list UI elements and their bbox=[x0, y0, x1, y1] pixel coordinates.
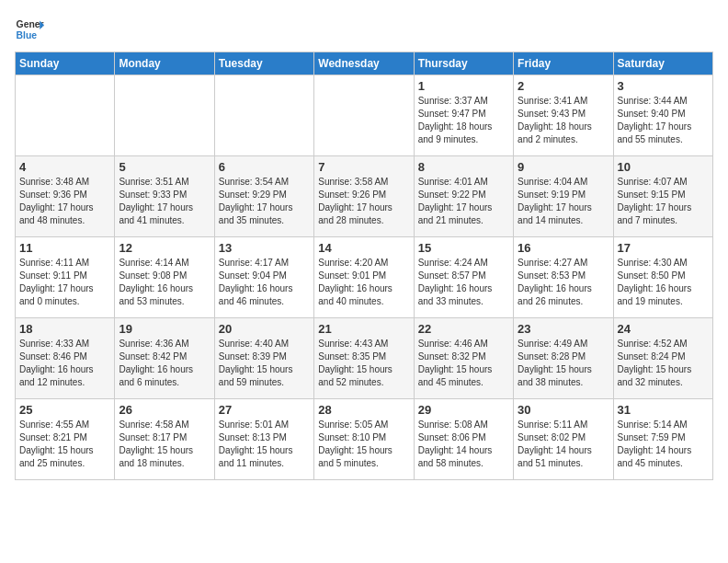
day-info: Sunrise: 4:55 AM Sunset: 8:21 PM Dayligh… bbox=[19, 419, 110, 470]
day-number: 21 bbox=[318, 322, 409, 336]
day-header-thursday: Thursday bbox=[414, 52, 513, 75]
day-info: Sunrise: 4:04 AM Sunset: 9:19 PM Dayligh… bbox=[518, 176, 609, 227]
day-header-monday: Monday bbox=[115, 52, 214, 75]
day-cell: 27Sunrise: 5:01 AM Sunset: 8:13 PM Dayli… bbox=[214, 399, 313, 480]
day-info: Sunrise: 5:11 AM Sunset: 8:02 PM Dayligh… bbox=[518, 419, 609, 470]
day-cell: 20Sunrise: 4:40 AM Sunset: 8:39 PM Dayli… bbox=[214, 318, 313, 399]
day-number: 3 bbox=[618, 79, 709, 93]
day-info: Sunrise: 3:37 AM Sunset: 9:47 PM Dayligh… bbox=[418, 95, 509, 146]
day-number: 26 bbox=[119, 403, 210, 417]
day-cell: 29Sunrise: 5:08 AM Sunset: 8:06 PM Dayli… bbox=[414, 399, 513, 480]
week-row-1: 1Sunrise: 3:37 AM Sunset: 9:47 PM Daylig… bbox=[16, 75, 713, 156]
svg-text:Blue: Blue bbox=[17, 30, 38, 40]
day-cell: 3Sunrise: 3:44 AM Sunset: 9:40 PM Daylig… bbox=[613, 75, 712, 156]
week-row-2: 4Sunrise: 3:48 AM Sunset: 9:36 PM Daylig… bbox=[16, 156, 713, 237]
day-info: Sunrise: 4:43 AM Sunset: 8:35 PM Dayligh… bbox=[318, 338, 409, 389]
day-number: 2 bbox=[518, 79, 609, 93]
day-info: Sunrise: 4:11 AM Sunset: 9:11 PM Dayligh… bbox=[19, 257, 110, 308]
day-info: Sunrise: 3:58 AM Sunset: 9:26 PM Dayligh… bbox=[318, 176, 409, 227]
day-cell: 13Sunrise: 4:17 AM Sunset: 9:04 PM Dayli… bbox=[214, 237, 313, 318]
day-cell: 11Sunrise: 4:11 AM Sunset: 9:11 PM Dayli… bbox=[16, 237, 115, 318]
day-info: Sunrise: 4:27 AM Sunset: 8:53 PM Dayligh… bbox=[518, 257, 609, 308]
header-row: SundayMondayTuesdayWednesdayThursdayFrid… bbox=[16, 52, 713, 75]
day-info: Sunrise: 4:52 AM Sunset: 8:24 PM Dayligh… bbox=[618, 338, 709, 389]
day-number: 9 bbox=[518, 160, 609, 174]
day-number: 28 bbox=[318, 403, 409, 417]
day-number: 16 bbox=[518, 241, 609, 255]
day-cell: 28Sunrise: 5:05 AM Sunset: 8:10 PM Dayli… bbox=[314, 399, 414, 480]
week-row-3: 11Sunrise: 4:11 AM Sunset: 9:11 PM Dayli… bbox=[16, 237, 713, 318]
day-number: 30 bbox=[518, 403, 609, 417]
week-row-5: 25Sunrise: 4:55 AM Sunset: 8:21 PM Dayli… bbox=[16, 399, 713, 480]
day-header-tuesday: Tuesday bbox=[214, 52, 313, 75]
day-info: Sunrise: 4:14 AM Sunset: 9:08 PM Dayligh… bbox=[119, 257, 210, 308]
day-number: 17 bbox=[618, 241, 709, 255]
day-number: 1 bbox=[418, 79, 509, 93]
day-cell: 1Sunrise: 3:37 AM Sunset: 9:47 PM Daylig… bbox=[414, 75, 513, 156]
day-number: 18 bbox=[19, 322, 110, 336]
day-cell: 6Sunrise: 3:54 AM Sunset: 9:29 PM Daylig… bbox=[214, 156, 313, 237]
day-number: 7 bbox=[318, 160, 409, 174]
calendar-table: SundayMondayTuesdayWednesdayThursdayFrid… bbox=[15, 52, 713, 480]
day-cell: 21Sunrise: 4:43 AM Sunset: 8:35 PM Dayli… bbox=[314, 318, 414, 399]
day-info: Sunrise: 3:41 AM Sunset: 9:43 PM Dayligh… bbox=[518, 95, 609, 146]
day-info: Sunrise: 3:54 AM Sunset: 9:29 PM Dayligh… bbox=[219, 176, 310, 227]
day-info: Sunrise: 3:51 AM Sunset: 9:33 PM Dayligh… bbox=[119, 176, 210, 227]
day-info: Sunrise: 4:46 AM Sunset: 8:32 PM Dayligh… bbox=[418, 338, 509, 389]
day-number: 29 bbox=[418, 403, 509, 417]
day-number: 31 bbox=[618, 403, 709, 417]
day-cell: 24Sunrise: 4:52 AM Sunset: 8:24 PM Dayli… bbox=[613, 318, 712, 399]
day-number: 20 bbox=[219, 322, 310, 336]
day-info: Sunrise: 3:44 AM Sunset: 9:40 PM Dayligh… bbox=[618, 95, 709, 146]
day-cell bbox=[16, 75, 115, 156]
day-info: Sunrise: 4:24 AM Sunset: 8:57 PM Dayligh… bbox=[418, 257, 509, 308]
day-number: 19 bbox=[119, 322, 210, 336]
day-cell: 10Sunrise: 4:07 AM Sunset: 9:15 PM Dayli… bbox=[613, 156, 712, 237]
day-info: Sunrise: 4:58 AM Sunset: 8:17 PM Dayligh… bbox=[119, 419, 210, 470]
day-info: Sunrise: 4:36 AM Sunset: 8:42 PM Dayligh… bbox=[119, 338, 210, 389]
day-cell: 5Sunrise: 3:51 AM Sunset: 9:33 PM Daylig… bbox=[115, 156, 214, 237]
logo-icon: General Blue bbox=[15, 15, 44, 44]
day-cell: 17Sunrise: 4:30 AM Sunset: 8:50 PM Dayli… bbox=[613, 237, 712, 318]
day-cell: 26Sunrise: 4:58 AM Sunset: 8:17 PM Dayli… bbox=[115, 399, 214, 480]
day-cell: 18Sunrise: 4:33 AM Sunset: 8:46 PM Dayli… bbox=[16, 318, 115, 399]
day-number: 11 bbox=[19, 241, 110, 255]
day-cell: 14Sunrise: 4:20 AM Sunset: 9:01 PM Dayli… bbox=[314, 237, 414, 318]
day-cell: 2Sunrise: 3:41 AM Sunset: 9:43 PM Daylig… bbox=[514, 75, 613, 156]
day-cell bbox=[314, 75, 414, 156]
day-header-friday: Friday bbox=[514, 52, 613, 75]
day-number: 14 bbox=[318, 241, 409, 255]
day-cell: 30Sunrise: 5:11 AM Sunset: 8:02 PM Dayli… bbox=[514, 399, 613, 480]
day-info: Sunrise: 5:05 AM Sunset: 8:10 PM Dayligh… bbox=[318, 419, 409, 470]
day-cell: 12Sunrise: 4:14 AM Sunset: 9:08 PM Dayli… bbox=[115, 237, 214, 318]
day-number: 25 bbox=[19, 403, 110, 417]
day-number: 24 bbox=[618, 322, 709, 336]
day-info: Sunrise: 4:07 AM Sunset: 9:15 PM Dayligh… bbox=[618, 176, 709, 227]
day-number: 22 bbox=[418, 322, 509, 336]
day-number: 12 bbox=[119, 241, 210, 255]
week-row-4: 18Sunrise: 4:33 AM Sunset: 8:46 PM Dayli… bbox=[16, 318, 713, 399]
day-number: 8 bbox=[418, 160, 509, 174]
day-info: Sunrise: 5:14 AM Sunset: 7:59 PM Dayligh… bbox=[618, 419, 709, 470]
day-info: Sunrise: 5:01 AM Sunset: 8:13 PM Dayligh… bbox=[219, 419, 310, 470]
day-cell: 7Sunrise: 3:58 AM Sunset: 9:26 PM Daylig… bbox=[314, 156, 414, 237]
day-number: 4 bbox=[19, 160, 110, 174]
day-cell: 22Sunrise: 4:46 AM Sunset: 8:32 PM Dayli… bbox=[414, 318, 513, 399]
day-info: Sunrise: 4:30 AM Sunset: 8:50 PM Dayligh… bbox=[618, 257, 709, 308]
page-header: General Blue bbox=[15, 15, 713, 44]
day-header-wednesday: Wednesday bbox=[314, 52, 414, 75]
day-cell: 25Sunrise: 4:55 AM Sunset: 8:21 PM Dayli… bbox=[16, 399, 115, 480]
day-info: Sunrise: 4:20 AM Sunset: 9:01 PM Dayligh… bbox=[318, 257, 409, 308]
day-number: 23 bbox=[518, 322, 609, 336]
day-info: Sunrise: 4:49 AM Sunset: 8:28 PM Dayligh… bbox=[518, 338, 609, 389]
day-number: 15 bbox=[418, 241, 509, 255]
day-cell: 9Sunrise: 4:04 AM Sunset: 9:19 PM Daylig… bbox=[514, 156, 613, 237]
day-number: 10 bbox=[618, 160, 709, 174]
day-cell bbox=[115, 75, 214, 156]
day-info: Sunrise: 5:08 AM Sunset: 8:06 PM Dayligh… bbox=[418, 419, 509, 470]
day-number: 6 bbox=[219, 160, 310, 174]
day-info: Sunrise: 4:40 AM Sunset: 8:39 PM Dayligh… bbox=[219, 338, 310, 389]
day-cell: 23Sunrise: 4:49 AM Sunset: 8:28 PM Dayli… bbox=[514, 318, 613, 399]
day-header-saturday: Saturday bbox=[613, 52, 712, 75]
day-info: Sunrise: 3:48 AM Sunset: 9:36 PM Dayligh… bbox=[19, 176, 110, 227]
